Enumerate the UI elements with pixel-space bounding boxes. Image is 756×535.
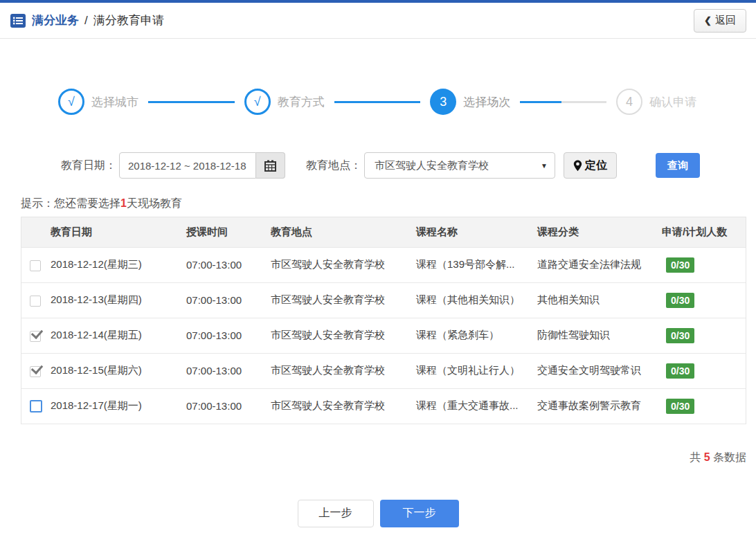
- cell-class-time: 07:00-13:00: [182, 282, 267, 318]
- summary-count: 5: [704, 451, 710, 463]
- row-checkbox[interactable]: [30, 296, 41, 307]
- row-checkbox[interactable]: [30, 400, 42, 412]
- table-row: 2018-12-17(星期一) 07:00-13:00 市区驾驶人安全教育学校 …: [21, 388, 746, 424]
- count-badge: 0/30: [666, 328, 694, 343]
- step-select-session: 3 选择场次: [430, 89, 510, 115]
- progress-stepper: √ 选择城市 √ 教育方式 3 选择场次 4 确认申请: [0, 89, 756, 115]
- education-location-label: 教育地点：: [306, 158, 361, 173]
- previous-step-button[interactable]: 上一步: [298, 500, 374, 527]
- education-date-label: 教育日期：: [61, 158, 116, 173]
- cell-education-location: 市区驾驶人安全教育学校: [267, 318, 412, 353]
- count-badge: 0/30: [666, 399, 694, 414]
- cell-course-name: 课程（紧急刹车）: [412, 318, 533, 353]
- step-connector-1: [148, 101, 235, 103]
- page-title: 满分业务: [32, 12, 79, 28]
- back-button[interactable]: ❮ 返回: [694, 9, 746, 33]
- cell-class-time: 07:00-13:00: [182, 388, 267, 424]
- calendar-icon: [264, 159, 277, 172]
- cell-class-time: 07:00-13:00: [182, 353, 267, 388]
- hint-suffix: 天现场教育: [127, 197, 182, 209]
- record-count-summary: 共 5 条数据: [0, 451, 746, 465]
- cell-class-time: 07:00-13:00: [182, 318, 267, 353]
- cell-education-date: 2018-12-13(星期四): [46, 282, 182, 318]
- header-education-location: 教育地点: [267, 217, 412, 247]
- cell-education-date: 2018-12-17(星期一): [46, 388, 182, 424]
- step-2-check-icon: √: [244, 89, 271, 115]
- page-header: 满分业务 / 满分教育申请 ❮ 返回: [0, 3, 756, 39]
- cell-course-name: 课程（139号部令解...: [412, 247, 533, 282]
- table-row: 2018-12-15(星期六) 07:00-13:00 市区驾驶人安全教育学校 …: [21, 353, 746, 388]
- breadcrumb-separator: /: [84, 14, 88, 28]
- step-1-label: 选择城市: [91, 94, 138, 110]
- cell-course-name: 课程（文明礼让行人）: [412, 353, 533, 388]
- header-applied-planned: 申请/计划人数: [658, 217, 746, 247]
- cell-education-date: 2018-12-15(星期六): [46, 353, 182, 388]
- search-button[interactable]: 查询: [656, 153, 700, 178]
- cell-class-time: 07:00-13:00: [182, 247, 267, 282]
- cell-course-category: 交通事故案例警示教育: [533, 388, 658, 424]
- count-badge: 0/30: [666, 293, 694, 308]
- session-table-body: 2018-12-12(星期三) 07:00-13:00 市区驾驶人安全教育学校 …: [21, 247, 746, 424]
- cell-education-location: 市区驾驶人安全教育学校: [267, 388, 412, 424]
- chevron-down-icon: ▼: [541, 162, 548, 170]
- wizard-footer: 上一步 下一步: [0, 500, 756, 527]
- chevron-left-icon: ❮: [704, 15, 712, 26]
- location-selected-value: 市区驾驶人安全教育学校: [375, 159, 489, 172]
- session-table: 教育日期 授课时间 教育地点 课程名称 课程分类 申请/计划人数 2018-12…: [21, 217, 746, 424]
- row-checkbox[interactable]: [30, 331, 41, 342]
- cell-course-category: 交通安全文明驾驶常识: [533, 353, 658, 388]
- calendar-button[interactable]: [256, 152, 285, 179]
- step-select-city: √ 选择城市: [58, 89, 138, 115]
- table-row: 2018-12-14(星期五) 07:00-13:00 市区驾驶人安全教育学校 …: [21, 318, 746, 353]
- locate-button-label: 定位: [585, 158, 607, 173]
- cell-course-category: 道路交通安全法律法规: [533, 247, 658, 282]
- header-class-time: 授课时间: [182, 217, 267, 247]
- header-education-date: 教育日期: [46, 217, 182, 247]
- header-course-category: 课程分类: [533, 217, 658, 247]
- cell-course-category: 防御性驾驶知识: [533, 318, 658, 353]
- step-connector-2: [334, 101, 421, 103]
- header-course-name: 课程名称: [412, 217, 533, 247]
- hint-text: 提示：您还需要选择1天现场教育: [21, 197, 756, 211]
- filter-bar: 教育日期： 教育地点： 市区驾驶人安全教育学校 ▼ 定位 查询: [0, 152, 756, 179]
- step-3-number: 3: [430, 89, 456, 115]
- cell-education-location: 市区驾驶人安全教育学校: [267, 282, 412, 318]
- back-button-label: 返回: [715, 14, 736, 27]
- location-select[interactable]: 市区驾驶人安全教育学校 ▼: [364, 152, 555, 179]
- summary-suffix: 条数据: [713, 451, 746, 463]
- page-subtitle: 满分教育申请: [93, 12, 164, 28]
- cell-education-date: 2018-12-14(星期五): [46, 318, 182, 353]
- table-header-row: 教育日期 授课时间 教育地点 课程名称 课程分类 申请/计划人数: [21, 217, 746, 247]
- step-3-label: 选择场次: [463, 94, 510, 110]
- row-checkbox[interactable]: [30, 260, 41, 271]
- date-range-input[interactable]: [119, 152, 256, 179]
- table-row: 2018-12-13(星期四) 07:00-13:00 市区驾驶人安全教育学校 …: [21, 282, 746, 318]
- cell-course-category: 其他相关知识: [533, 282, 658, 318]
- locate-button[interactable]: 定位: [564, 152, 617, 179]
- next-step-button[interactable]: 下一步: [380, 500, 459, 527]
- step-2-label: 教育方式: [278, 94, 325, 110]
- step-education-mode: √ 教育方式: [244, 89, 325, 115]
- summary-prefix: 共: [690, 451, 701, 463]
- table-row: 2018-12-12(星期三) 07:00-13:00 市区驾驶人安全教育学校 …: [21, 247, 746, 282]
- hint-remaining-days: 1: [120, 197, 127, 209]
- header-checkbox-spacer: [21, 217, 46, 247]
- cell-education-date: 2018-12-12(星期三): [46, 247, 182, 282]
- cell-course-name: 课程（其他相关知识）: [412, 282, 533, 318]
- step-confirm-application: 4 确认申请: [616, 89, 696, 115]
- step-4-label: 确认申请: [649, 94, 696, 110]
- count-badge: 0/30: [666, 363, 694, 379]
- step-connector-3: [520, 101, 606, 103]
- step-4-number: 4: [616, 89, 642, 115]
- map-pin-icon: [573, 160, 582, 172]
- count-badge: 0/30: [666, 257, 694, 273]
- cell-course-name: 课程（重大交通事故...: [412, 388, 533, 424]
- list-icon: [10, 12, 26, 29]
- breadcrumb: 满分业务 / 满分教育申请: [10, 12, 164, 29]
- row-checkbox[interactable]: [30, 366, 41, 377]
- step-1-check-icon: √: [58, 89, 84, 115]
- hint-prefix: 提示：您还需要选择: [21, 197, 120, 209]
- cell-education-location: 市区驾驶人安全教育学校: [267, 247, 412, 282]
- cell-education-location: 市区驾驶人安全教育学校: [267, 353, 412, 388]
